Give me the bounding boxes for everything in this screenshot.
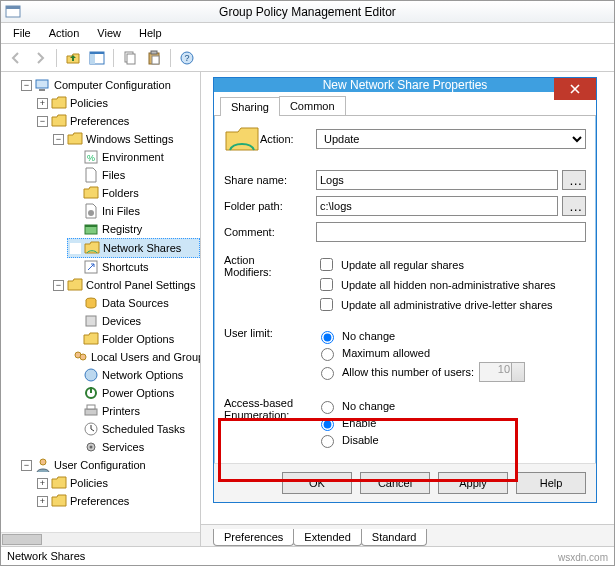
tab-standard[interactable]: Standard [361, 529, 428, 546]
svg-point-31 [90, 446, 93, 449]
clock-icon [83, 421, 99, 437]
share-name-browse-button[interactable]: … [562, 170, 586, 190]
comment-input[interactable] [316, 222, 586, 242]
check-update-drive[interactable] [320, 298, 333, 311]
copy-button[interactable] [119, 47, 141, 69]
show-hide-tree-button[interactable] [86, 47, 108, 69]
tree-preferences[interactable]: −Preferences [35, 112, 200, 130]
close-button[interactable] [554, 78, 596, 100]
folder-path-input[interactable] [316, 196, 558, 216]
tree-printers[interactable]: Printers [67, 402, 200, 420]
tree-folder-options[interactable]: Folder Options [67, 330, 200, 348]
svg-rect-13 [39, 89, 45, 91]
up-button[interactable] [62, 47, 84, 69]
tree-windows-settings[interactable]: −Windows Settings [51, 130, 200, 148]
svg-rect-21 [86, 316, 96, 326]
share-big-icon [224, 124, 260, 154]
svg-rect-27 [85, 409, 97, 415]
tree-horizontal-scrollbar[interactable] [1, 532, 200, 546]
control-panel-icon [67, 277, 83, 293]
tree-network-options[interactable]: Network Options [67, 366, 200, 384]
radio-userlimit-nochange[interactable] [321, 331, 334, 344]
help-button[interactable]: ? [176, 47, 198, 69]
tree-scheduled-tasks[interactable]: Scheduled Tasks [67, 420, 200, 438]
check-update-hidden[interactable] [320, 278, 333, 291]
tab-preferences[interactable]: Preferences [213, 529, 294, 546]
label-action: Action: [260, 133, 316, 145]
toolbar: ? [1, 44, 614, 72]
tree-policies[interactable]: +Policies [35, 94, 200, 112]
expand-icon[interactable]: + [37, 478, 48, 489]
shortcut-icon [83, 259, 99, 275]
app-icon [5, 4, 21, 23]
collapse-icon[interactable]: − [37, 116, 48, 127]
action-select[interactable]: Update [316, 129, 586, 149]
tab-extended[interactable]: Extended [293, 529, 361, 546]
tree-local-users-groups[interactable]: Local Users and Groups [67, 348, 200, 366]
expand-icon[interactable]: + [37, 496, 48, 507]
device-icon [83, 313, 99, 329]
user-limit-spinner[interactable]: 10 [479, 362, 525, 382]
network-share-icon [84, 240, 100, 256]
help-button[interactable]: Help [516, 472, 586, 494]
tree[interactable]: − Computer Configuration +Policies −Pref… [1, 72, 200, 514]
detail-tabstrip: Preferences Extended Standard [201, 524, 614, 546]
tree-ini-files[interactable]: Ini Files [67, 202, 200, 220]
power-icon [83, 385, 99, 401]
tree-files[interactable]: Files [67, 166, 200, 184]
dialog-new-network-share: New Network Share Properties Sharing Com… [213, 77, 597, 503]
label-folder-path: Folder path: [224, 200, 316, 212]
tree-network-shares[interactable]: Network Shares [67, 238, 200, 258]
folder-icon [83, 185, 99, 201]
radio-userlimit-max[interactable] [321, 348, 334, 361]
tab-common[interactable]: Common [279, 96, 346, 115]
window-titlebar: Group Policy Management Editor [1, 1, 614, 23]
check-update-regular[interactable] [320, 258, 333, 271]
collapse-icon[interactable]: − [21, 80, 32, 91]
back-button[interactable] [5, 47, 27, 69]
tree-environment[interactable]: %Environment [67, 148, 200, 166]
collapse-icon[interactable]: − [21, 460, 32, 471]
collapse-icon[interactable]: − [53, 134, 64, 145]
tab-sharing[interactable]: Sharing [220, 97, 280, 116]
close-icon [570, 84, 580, 94]
collapse-icon[interactable]: − [53, 280, 64, 291]
tree-pane: − Computer Configuration +Policies −Pref… [1, 72, 201, 546]
tree-data-sources[interactable]: Data Sources [67, 294, 200, 312]
file-icon [83, 167, 99, 183]
tree-user-preferences[interactable]: +Preferences [35, 492, 200, 510]
tree-shortcuts[interactable]: Shortcuts [67, 258, 200, 276]
folder-icon [51, 113, 67, 129]
menu-action[interactable]: Action [41, 25, 88, 41]
tree-services[interactable]: Services [67, 438, 200, 456]
label-action-modifiers: Action Modifiers: [224, 254, 316, 278]
dialog-titlebar[interactable]: New Network Share Properties [214, 78, 596, 92]
paste-button[interactable] [143, 47, 165, 69]
svg-rect-18 [85, 225, 97, 227]
radio-abe-nochange[interactable] [321, 401, 334, 414]
window-title: Group Policy Management Editor [219, 5, 396, 19]
folder-path-browse-button[interactable]: … [562, 196, 586, 216]
tree-devices[interactable]: Devices [67, 312, 200, 330]
forward-button[interactable] [29, 47, 51, 69]
menu-help[interactable]: Help [131, 25, 170, 41]
tree-computer-configuration[interactable]: − Computer Configuration [19, 76, 200, 94]
tree-user-configuration[interactable]: −User Configuration [19, 456, 200, 474]
menu-view[interactable]: View [89, 25, 129, 41]
share-name-input[interactable] [316, 170, 558, 190]
svg-text:?: ? [184, 53, 189, 63]
tree-registry[interactable]: Registry [67, 220, 200, 238]
tree-control-panel-settings[interactable]: −Control Panel Settings [51, 276, 200, 294]
menu-file[interactable]: File [5, 25, 39, 41]
dialog-title: New Network Share Properties [323, 78, 488, 92]
svg-point-16 [88, 210, 94, 216]
expand-icon[interactable]: + [37, 98, 48, 109]
printer-icon [83, 403, 99, 419]
status-text: Network Shares [7, 550, 85, 562]
radio-userlimit-number[interactable] [321, 367, 334, 380]
svg-rect-4 [90, 52, 104, 54]
menubar: File Action View Help [1, 23, 614, 44]
tree-user-policies[interactable]: +Policies [35, 474, 200, 492]
tree-power-options[interactable]: Power Options [67, 384, 200, 402]
tree-folders[interactable]: Folders [67, 184, 200, 202]
